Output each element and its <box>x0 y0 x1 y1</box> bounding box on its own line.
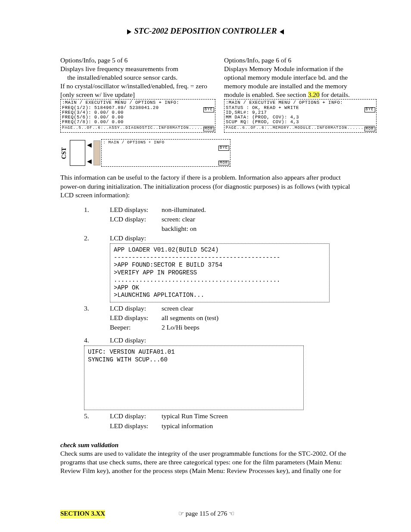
step-num: 2. <box>60 234 110 243</box>
step-value: non-illuminated. <box>162 205 351 214</box>
step-label: LCD display: <box>110 412 162 420</box>
arrow-left-icon <box>87 140 92 149</box>
step-label: LED displays: <box>110 314 162 322</box>
step-value: typical Run Time Screen <box>162 412 351 420</box>
cst-lcd: : MAIN / OPTIONS + INFO BYE MOR <box>101 139 230 167</box>
mor-button[interactable]: MOR <box>203 127 214 132</box>
lcd-boot-block-1: APP LOADER V01.02(BUILD 5C24) ----------… <box>110 243 330 302</box>
step-value: screen: clear <box>162 215 351 224</box>
init-step-4: 4. LCD display: <box>60 336 351 345</box>
lcd5-row: FREQ(7/8): 0.00/ 0.00 <box>62 120 214 124</box>
lcd6-row: SCUP RQ: (PROD, COV): 4,3 <box>226 120 375 124</box>
right-column: Options/Info, page 6 of 6 Displays Memor… <box>224 56 377 133</box>
bye-button[interactable]: BYE <box>364 107 375 112</box>
init-step-2: 2. LCD display: <box>60 234 351 243</box>
step-label: LCD display: <box>110 215 162 224</box>
step-value: screen clear <box>162 304 351 313</box>
right-line3: memory module are installed and the memo… <box>224 82 377 90</box>
right-line4a: module is enabled. See section <box>224 91 308 98</box>
init-sequence: 1. LED displays: non-illuminated. LCD di… <box>60 205 351 430</box>
section-label: SECTION 3.XX <box>60 510 105 518</box>
init-step-5: 5. LCD display: typical Run Time Screen <box>60 412 351 420</box>
left-line3: If no crystal/oscillator w/installed/ena… <box>60 82 215 90</box>
left-line2: the installed/enabled source sensor card… <box>60 73 215 82</box>
bye-button[interactable]: BYE <box>203 107 214 112</box>
init-step-3b: LED displays: all segments on (test) <box>60 314 351 322</box>
left-heading: Options/Info, page 5 of 6 <box>60 56 215 65</box>
mor-button[interactable]: MOR <box>218 161 229 166</box>
lcd-boot-block-2: UIFC: VERSION AUIFA01.01 SYNCING WITH SC… <box>84 345 304 410</box>
left-column: Options/Info, page 5 of 6 Displays live … <box>60 56 215 133</box>
step-label: Beeper: <box>110 323 162 332</box>
checksum-paragraph: Check sums are used to validate the inte… <box>60 449 351 475</box>
step-label: LCD display: <box>110 336 162 345</box>
left-line4: [only screen w/ live update] <box>60 90 215 99</box>
lcd-page6: :MAIN / EXECUTIVE MENU / OPTIONS + INFO:… <box>224 99 377 133</box>
page-number: page 115 of 276 <box>178 510 235 518</box>
mor-button[interactable]: MOR <box>364 127 375 132</box>
step-value: backlight: on <box>162 224 351 233</box>
left-line1: Displays live frequency measurements fro… <box>60 65 215 73</box>
step-num: 5. <box>60 412 110 420</box>
step-num: 3. <box>60 304 110 313</box>
info-paragraph: This information can be useful to the fa… <box>60 173 351 199</box>
init-step-3c: Beeper: 2 Lo/Hi beeps <box>60 323 351 332</box>
init-step-1c: backlight: on <box>60 224 351 233</box>
step-label: LED displays: <box>110 205 162 214</box>
lcd-page5: :MAIN / EXECUTIVE MENU / OPTIONS + INFO:… <box>60 99 215 133</box>
right-line4: module is enabled. See section 3.20 for … <box>224 90 377 99</box>
cst-label: CST <box>59 146 70 161</box>
init-step-3: 3. LCD display: screen clear <box>60 304 351 313</box>
cst-box <box>70 140 85 166</box>
page-title: STC-2002 DEPOSITION CONTROLLER <box>60 26 351 37</box>
checksum-heading: check sum validation <box>60 441 351 449</box>
step-num: 1. <box>60 205 110 214</box>
arrow-left-icon <box>87 157 92 165</box>
step-value: all segments on (test) <box>162 314 351 322</box>
page-footer: SECTION 3.XX page 115 of 276 <box>60 510 351 518</box>
right-heading: Options/Info, page 6 of 6 <box>224 56 377 65</box>
step-value: 2 Lo/Hi beeps <box>162 323 351 332</box>
step-value: typical information <box>162 422 351 430</box>
lcd5-footer: PAGE..5..OF..6:..ASSY..DIAGNOSTIC..INFOR… <box>62 125 214 131</box>
cst-diagram: CST : MAIN / OPTIONS + INFO BYE MOR <box>59 139 351 167</box>
step-label: LCD display: <box>110 304 162 313</box>
cst-lcd-header: : MAIN / OPTIONS + INFO <box>103 140 229 145</box>
init-step-1: 1. LED displays: non-illuminated. <box>60 205 351 214</box>
bye-button[interactable]: BYE <box>218 146 229 151</box>
init-step-1b: LCD display: screen: clear <box>60 215 351 224</box>
step-label: LCD display: <box>110 234 162 243</box>
init-step-5b: LED displays: typical information <box>60 422 351 430</box>
options-info-columns: Options/Info, page 5 of 6 Displays live … <box>60 56 351 133</box>
lcd6-footer: PAGE..6..OF..6:..MEMORY..MODULE..INFORMA… <box>226 125 375 131</box>
right-line1: Displays Memory Module information if th… <box>224 65 377 73</box>
step-label: LED displays: <box>110 422 162 430</box>
right-line4c: for details. <box>320 91 350 98</box>
connector-bar <box>93 140 100 165</box>
section-ref-highlight: 3.20 <box>308 91 320 98</box>
cst-arrows <box>85 140 93 165</box>
step-num: 4. <box>60 336 110 345</box>
right-line2: optional memory module interface bd. and… <box>224 73 377 82</box>
